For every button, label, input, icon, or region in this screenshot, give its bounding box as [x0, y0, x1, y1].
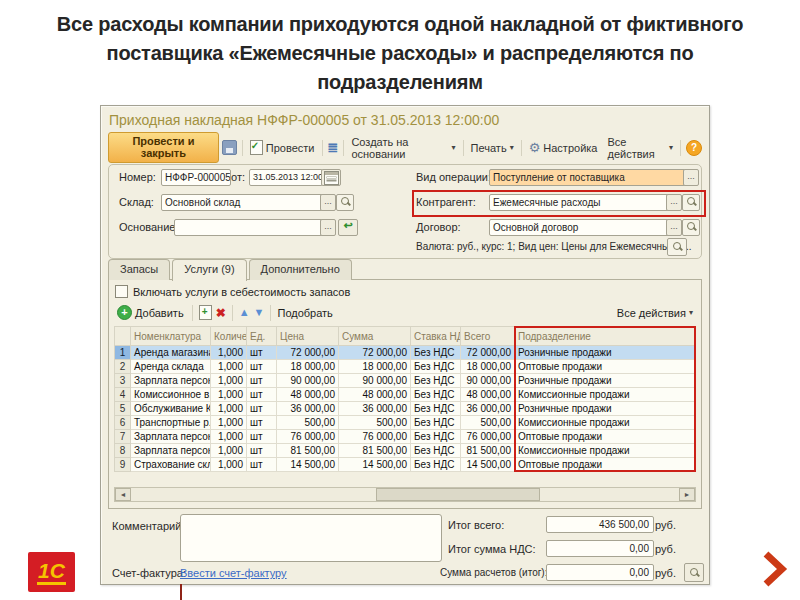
row-number-cell[interactable]: 4: [115, 388, 131, 402]
cell-nomenclature[interactable]: Зарплата персон...: [131, 444, 211, 458]
cell-department[interactable]: Комиссионные продажи: [515, 444, 696, 458]
scroll-right-icon[interactable]: ►: [679, 488, 695, 501]
cell-department[interactable]: Розничные продажи: [515, 374, 696, 388]
row-number-cell[interactable]: 8: [115, 444, 131, 458]
create-based-on-button[interactable]: Создать на основании ▾: [349, 135, 457, 161]
row-number-cell[interactable]: 7: [115, 430, 131, 444]
enter-invoice-link[interactable]: Ввести счет-фактуру: [180, 567, 287, 579]
col-total[interactable]: Всего: [461, 327, 515, 346]
calendar-button[interactable]: [321, 169, 341, 186]
post-and-close-button[interactable]: Провести и закрыть: [108, 132, 219, 163]
row-number-cell[interactable]: 9: [115, 458, 131, 472]
cell-quantity[interactable]: 1,000: [211, 430, 247, 444]
delete-row-icon[interactable]: ✖: [216, 307, 226, 319]
cell-price[interactable]: 36 000,00: [277, 402, 339, 416]
currency-search-button[interactable]: [667, 238, 687, 256]
cell-total[interactable]: 72 000,00: [461, 346, 515, 360]
cell-nomenclature[interactable]: Транспортные р...: [131, 416, 211, 430]
row-number-cell[interactable]: 1: [115, 346, 131, 360]
row-number-cell[interactable]: 3: [115, 374, 131, 388]
cell-sum[interactable]: 48 000,00: [339, 388, 411, 402]
save-icon[interactable]: [222, 140, 237, 155]
operation-select-button[interactable]: ...: [683, 169, 699, 186]
table-row[interactable]: 4Комиссионное в...1,000шт48 000,0048 000…: [115, 388, 696, 402]
date-field[interactable]: 31.05.2013 12:00:00: [249, 169, 323, 186]
cell-total[interactable]: 500,00: [461, 416, 515, 430]
cell-total[interactable]: 14 500,00: [461, 458, 515, 472]
cell-sum[interactable]: 18 000,00: [339, 360, 411, 374]
warehouse-field[interactable]: Основной склад: [161, 194, 325, 211]
cell-nomenclature[interactable]: Комиссионное в...: [131, 388, 211, 402]
table-row[interactable]: 6Транспортные р...1,000шт500,00500,00Без…: [115, 416, 696, 430]
cell-quantity[interactable]: 1,000: [211, 416, 247, 430]
cell-department[interactable]: Оптовые продажи: [515, 458, 696, 472]
print-button[interactable]: Печать ▾: [469, 141, 516, 155]
row-number-cell[interactable]: 6: [115, 416, 131, 430]
cell-quantity[interactable]: 1,000: [211, 388, 247, 402]
cell-nomenclature[interactable]: Обслуживание К...: [131, 402, 211, 416]
cell-department[interactable]: Комиссионные продажи: [515, 416, 696, 430]
cell-price[interactable]: 76 000,00: [277, 430, 339, 444]
cell-sum[interactable]: 76 000,00: [339, 430, 411, 444]
contract-field[interactable]: Основной договор: [489, 219, 671, 236]
cell-vat-rate[interactable]: Без НДС: [411, 416, 461, 430]
settlement-search-button[interactable]: [684, 563, 704, 582]
cell-vat-rate[interactable]: Без НДС: [411, 374, 461, 388]
cell-unit[interactable]: шт: [247, 416, 277, 430]
cell-sum[interactable]: 72 000,00: [339, 346, 411, 360]
cell-quantity[interactable]: 1,000: [211, 360, 247, 374]
cell-sum[interactable]: 500,00: [339, 416, 411, 430]
warehouse-search-button[interactable]: [336, 194, 354, 211]
cell-vat-rate[interactable]: Без НДС: [411, 458, 461, 472]
table-row[interactable]: 8Зарплата персон...1,000шт81 500,0081 50…: [115, 444, 696, 458]
cell-unit[interactable]: шт: [247, 374, 277, 388]
tab-services[interactable]: Услуги (9): [172, 259, 246, 281]
col-nomenclature[interactable]: Номенклатура: [131, 327, 211, 346]
table-row[interactable]: 3Зарплата персон...1,000шт90 000,0090 00…: [115, 374, 696, 388]
register-records-icon[interactable]: ≣: [328, 141, 339, 154]
basis-field[interactable]: [174, 219, 325, 236]
cell-nomenclature[interactable]: Аренда склада: [131, 360, 211, 374]
table-row[interactable]: 1Аренда магазина1,000шт72 000,0072 000,0…: [115, 346, 696, 360]
contractor-search-button[interactable]: [682, 194, 700, 211]
cell-vat-rate[interactable]: Без НДС: [411, 430, 461, 444]
cell-vat-rate[interactable]: Без НДС: [411, 388, 461, 402]
col-department[interactable]: Подразделение: [515, 327, 696, 346]
col-quantity[interactable]: Количе...: [211, 327, 247, 346]
cell-vat-rate[interactable]: Без НДС: [411, 360, 461, 374]
help-icon[interactable]: ?: [686, 140, 702, 156]
cell-sum[interactable]: 36 000,00: [339, 402, 411, 416]
cell-price[interactable]: 48 000,00: [277, 388, 339, 402]
basis-select-button[interactable]: ...: [320, 219, 336, 236]
table-all-actions-button[interactable]: Все действия ▾: [615, 306, 695, 320]
cell-quantity[interactable]: 1,000: [211, 374, 247, 388]
cell-department[interactable]: Оптовые продажи: [515, 430, 696, 444]
cell-nomenclature[interactable]: Зарплата персон...: [131, 430, 211, 444]
cell-department[interactable]: Розничные продажи: [515, 402, 696, 416]
row-number-cell[interactable]: 2: [115, 360, 131, 374]
cell-quantity[interactable]: 1,000: [211, 458, 247, 472]
table-row[interactable]: 7Зарплата персон...1,000шт76 000,0076 00…: [115, 430, 696, 444]
cell-price[interactable]: 81 500,00: [277, 444, 339, 458]
contract-search-button[interactable]: [682, 219, 700, 236]
cell-quantity[interactable]: 1,000: [211, 444, 247, 458]
move-down-icon[interactable]: ▼: [254, 307, 265, 318]
cell-quantity[interactable]: 1,000: [211, 346, 247, 360]
cell-department[interactable]: Оптовые продажи: [515, 360, 696, 374]
settings-button[interactable]: ⚙ Настройка: [527, 140, 600, 155]
include-services-checkbox[interactable]: [115, 285, 128, 298]
table-row[interactable]: 9Страхование скл...1,000шт14 500,0014 50…: [115, 458, 696, 472]
fill-from-basis-button[interactable]: ↩: [338, 219, 358, 236]
cell-unit[interactable]: шт: [247, 430, 277, 444]
cell-nomenclature[interactable]: Страхование скл...: [131, 458, 211, 472]
col-sum[interactable]: Сумма: [339, 327, 411, 346]
cell-unit[interactable]: шт: [247, 388, 277, 402]
contractor-select-button[interactable]: ...: [666, 194, 682, 211]
cell-price[interactable]: 72 000,00: [277, 346, 339, 360]
cell-total[interactable]: 36 000,00: [461, 402, 515, 416]
table-row[interactable]: 2Аренда склада1,000шт18 000,0018 000,00Б…: [115, 360, 696, 374]
add-row-button[interactable]: + Добавить: [115, 304, 186, 321]
col-rownum[interactable]: [115, 327, 131, 346]
cell-department[interactable]: Розничные продажи: [515, 346, 696, 360]
move-up-icon[interactable]: ▲: [239, 307, 250, 318]
